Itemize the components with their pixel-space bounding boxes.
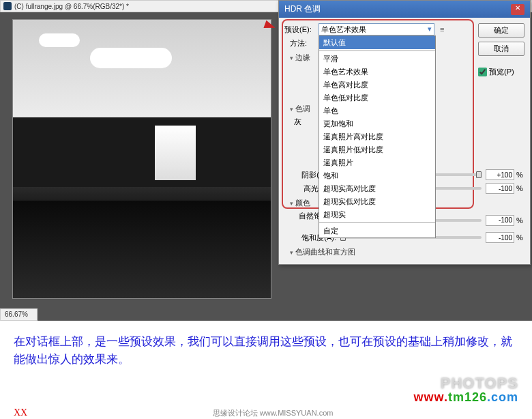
preset-option[interactable]: 逼真照片低对比度 — [319, 143, 435, 156]
preset-option[interactable]: 默认值 — [319, 36, 435, 49]
section-curve[interactable]: 色调曲线和直方图 — [290, 247, 524, 257]
xx-mark: XX — [14, 407, 27, 418]
preset-option[interactable]: 逼真照片高对比度 — [319, 130, 435, 143]
saturation-input[interactable] — [486, 232, 514, 243]
document-title: (C) fullrange.jpg @ 66.7%(RGB/32*) * — [14, 3, 129, 10]
preview-label: 预览(P) — [489, 67, 514, 77]
pct-unit: % — [516, 216, 524, 225]
highlight-input[interactable] — [486, 183, 514, 194]
dialog-titlebar[interactable]: HDR 色调 ✕ — [279, 1, 530, 18]
method-label: 方法: — [290, 39, 307, 47]
preset-dropdown[interactable]: 单色艺术效果 — [319, 23, 434, 35]
preset-option[interactable]: 单色 — [319, 104, 435, 117]
pct-unit: % — [516, 233, 524, 242]
canvas[interactable] — [12, 19, 271, 299]
preset-option[interactable]: 逼真照片 — [319, 156, 435, 169]
preset-option[interactable]: 单色高对比度 — [319, 78, 435, 91]
watermark-url: www.tm126.com — [414, 390, 518, 405]
preset-label: 预设(E): — [284, 25, 319, 35]
preview-checkbox-input[interactable] — [478, 68, 487, 76]
preset-option[interactable]: 单色低对比度 — [319, 91, 435, 104]
dialog-title-text: HDR 色调 — [284, 3, 321, 15]
preset-menu-icon[interactable]: ≡ — [440, 25, 444, 33]
ok-button[interactable]: 确定 — [478, 23, 524, 38]
hdr-toning-dialog: HDR 色调 ✕ 确定 取消 预览(P) 预设(E): 单色艺术效果 ≡ — [278, 0, 531, 265]
preset-option[interactable]: 平滑 — [319, 53, 435, 66]
preset-option[interactable]: 超现实低对比度 — [319, 195, 435, 208]
tutorial-caption: 在对话框上部，是一些预设效果，我们可以直接调用这些预设，也可在预设的基础上稍加修… — [0, 321, 532, 373]
preset-option[interactable]: 更加饱和 — [319, 117, 435, 130]
preview-checkbox[interactable]: 预览(P) — [478, 67, 524, 77]
image-preview — [13, 20, 271, 298]
pct-unit: % — [516, 171, 524, 179]
preset-dropdown-list[interactable]: 默认值 平滑 单色艺术效果 单色高对比度 单色低对比度 单色 更加饱和 逼真照片… — [319, 35, 436, 238]
forum-credit: 思缘设计论坛 www.MISSYUAN.com — [213, 408, 334, 418]
vibrance-input[interactable] — [486, 215, 514, 226]
pct-unit: % — [516, 184, 524, 192]
preset-option[interactable]: 超现实 — [319, 208, 435, 221]
photoshop-window: (C) fullrange.jpg @ 66.7%(RGB/32*) * 66.… — [0, 0, 532, 321]
zoom-level[interactable]: 66.67% — [0, 308, 38, 321]
preset-option[interactable]: 超现实高对比度 — [319, 182, 435, 195]
preset-option[interactable]: 单色艺术效果 — [319, 66, 435, 78]
cancel-button[interactable]: 取消 — [478, 42, 524, 56]
preset-option[interactable]: 饱和 — [319, 169, 435, 182]
preset-value: 单色艺术效果 — [321, 25, 366, 33]
preset-option[interactable]: 自定 — [319, 225, 435, 237]
shadow-input[interactable] — [486, 169, 514, 180]
ps-icon — [3, 2, 12, 10]
close-icon[interactable]: ✕ — [511, 4, 524, 15]
